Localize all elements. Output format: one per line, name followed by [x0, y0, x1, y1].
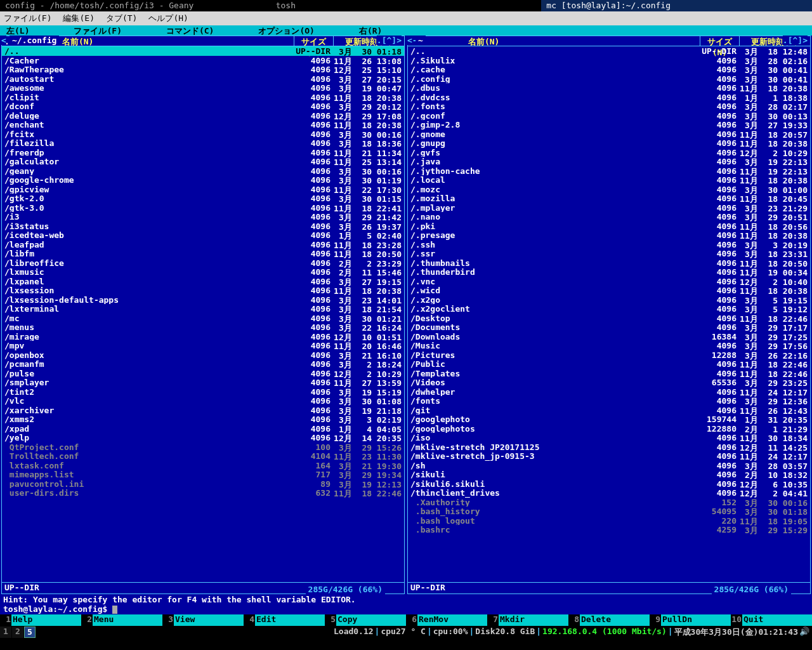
fkey-pulldn[interactable]: 9PullDn — [650, 614, 731, 626]
file-row[interactable]: .bash_history54095 3月 30 01:18 — [408, 507, 810, 516]
dir-row[interactable]: /gtk-2.04096 3月 30 01:15 — [2, 194, 404, 203]
dir-row[interactable]: /menus4096 3月 22 16:24 — [2, 322, 404, 332]
file-row[interactable]: .bash_logout22011月 18 19:05 — [408, 516, 810, 526]
dir-row[interactable]: /.gvfs409612月 2 10:29 — [408, 148, 810, 157]
dir-row[interactable]: /enchant409611月 18 20:38 — [2, 120, 404, 129]
dir-row[interactable]: /.gimp-2.84096 3月 27 19:33 — [408, 120, 810, 129]
dir-row[interactable]: /iso409611月 30 18:34 — [408, 433, 810, 442]
dir-row[interactable]: /Public409611月 18 22:46 — [408, 359, 810, 369]
fkey-copy[interactable]: 5Copy — [325, 614, 406, 626]
dir-row[interactable]: /.gnupg409611月 18 20:38 — [408, 138, 810, 148]
dir-row[interactable]: /Pictures12288 3月 26 22:16 — [408, 350, 810, 360]
dir-row[interactable]: /gtk-3.0409611月 18 22:41 — [2, 203, 404, 213]
dir-row[interactable]: /Downloads16384 3月 29 17:25 — [408, 332, 810, 342]
dir-row[interactable]: /mklive-stretch_JP20171125409612月 11 14:… — [408, 442, 810, 452]
menu-item[interactable]: ヘルプ(H) — [148, 13, 188, 24]
workspace-1[interactable]: 1 — [0, 627, 11, 638]
dir-row[interactable]: /icedtea-web4096 1月 5 02:40 — [2, 230, 404, 240]
dir-row[interactable]: /lxmusic4096 2月 11 15:46 — [2, 267, 404, 277]
dir-row[interactable]: /mpv409611月 20 16:46 — [2, 341, 404, 350]
shell-prompt[interactable]: tosh@layla:~/.config$ — [0, 604, 812, 614]
dir-row[interactable]: /gpicview409611月 22 17:30 — [2, 185, 404, 194]
left-file-list[interactable]: /..UP--DIR 3月 30 01:18/Cacher409611月 26 … — [2, 46, 404, 582]
dir-row[interactable]: /leafpad409611月 18 23:28 — [2, 240, 404, 249]
panel-scroll-icons[interactable]: .[^]> — [783, 36, 808, 45]
mc-menubar[interactable]: 左(L)ファイル(F)コマンド(C)オプション(O)右(R) — [0, 25, 812, 36]
left-panel[interactable]: < ~/.config .[^]> .n名前(N) サイズ(N) 更新時刻(M)… — [1, 36, 405, 594]
dir-row[interactable]: /lxpanel4096 3月 27 19:15 — [2, 277, 404, 286]
mc-menu-item[interactable]: コマンド(C) — [166, 25, 214, 36]
right-file-list[interactable]: /..UP--DIR 3月 18 12:48/.Sikulix4096 3月 2… — [408, 46, 810, 582]
dir-row[interactable]: /lxsession409611月 18 20:38 — [2, 286, 404, 295]
dir-row[interactable]: /tint24096 3月 19 15:19 — [2, 387, 404, 397]
app-menubar[interactable]: ファイル(F)編集(E)タブ(T)ヘルプ(H) — [0, 11, 812, 25]
fkey-menu[interactable]: 2Menu — [81, 614, 162, 626]
dir-row[interactable]: /smplayer409611月 27 13:59 — [2, 378, 404, 387]
dir-row[interactable]: /.ssr4096 3月 18 23:31 — [408, 249, 810, 258]
dir-row[interactable]: /mklive-stretch_jp-0915-3409611月 24 12:1… — [408, 451, 810, 461]
file-row[interactable]: mimeapps.list717 3月 29 19:34 — [2, 470, 404, 479]
fkey-edit[interactable]: 4Edit — [244, 614, 325, 626]
dir-row[interactable]: /..UP--DIR 3月 18 12:48 — [408, 46, 810, 56]
dir-row[interactable]: /Desktop409611月 18 22:46 — [408, 314, 810, 323]
dir-row[interactable]: /.x2goclient4096 3月 5 19:12 — [408, 304, 810, 314]
volume-icon[interactable]: 🔊 — [799, 627, 809, 638]
dir-row[interactable]: /.vnc409612月 2 10:40 — [408, 277, 810, 286]
workspace-5[interactable]: 5 — [24, 627, 36, 638]
dir-row[interactable]: /..UP--DIR 3月 30 01:18 — [2, 46, 404, 56]
fkey-quit[interactable]: 10Quit — [731, 614, 812, 626]
dir-row[interactable]: /.jython-cache409611月 19 22:13 — [408, 166, 810, 176]
dir-row[interactable]: /.cache4096 3月 30 00:41 — [408, 65, 810, 74]
dir-row[interactable]: /lxsession-default-apps4096 3月 23 14:01 — [2, 295, 404, 305]
dir-row[interactable]: /.nano4096 3月 29 20:51 — [408, 212, 810, 222]
dir-row[interactable]: /.java4096 3月 19 22:13 — [408, 157, 810, 166]
title-tab[interactable]: tosh — [271, 0, 542, 11]
dir-row[interactable]: /.gnome409611月 18 20:57 — [408, 129, 810, 139]
dir-row[interactable]: /thinclient_drives409612月 2 04:41 — [408, 488, 810, 498]
workspace-switcher[interactable]: 125 — [0, 627, 36, 638]
dir-row[interactable]: /.dvdcss4096 1月 1 18:38 — [408, 93, 810, 102]
dir-row[interactable]: /.presage409611月 18 20:38 — [408, 230, 810, 240]
file-row[interactable]: lxtask.conf164 3月 21 19:30 — [2, 461, 404, 470]
dir-row[interactable]: /dwhelper409611月 24 12:17 — [408, 387, 810, 397]
dir-row[interactable]: /.Sikulix4096 3月 28 02:16 — [408, 56, 810, 65]
dir-row[interactable]: /libreoffice4096 2月 2 23:29 — [2, 258, 404, 268]
fkey-help[interactable]: 1Help — [0, 614, 81, 626]
fkey-view[interactable]: 3View — [162, 614, 244, 626]
dir-row[interactable]: /.dbus409611月 18 20:38 — [408, 83, 810, 93]
function-keys[interactable]: 1Help2Menu3View4Edit5Copy6RenMov7Mkdir8D… — [0, 614, 812, 626]
file-row[interactable]: user-dirs.dirs63211月 18 22:46 — [2, 488, 404, 498]
file-row[interactable]: pavucontrol.ini89 3月 19 12:13 — [2, 479, 404, 489]
dir-row[interactable]: /libfm409611月 18 20:50 — [2, 249, 404, 258]
dir-row[interactable]: /.thumbnails409611月 18 20:50 — [408, 258, 810, 268]
dir-row[interactable]: /mirage409612月 10 01:51 — [2, 332, 404, 342]
dir-row[interactable]: /.gconf4096 3月 30 00:13 — [408, 111, 810, 121]
mc-menu-item[interactable]: 右(R) — [359, 25, 382, 36]
panel-scroll-icons[interactable]: .[^]> — [377, 36, 402, 45]
dir-row[interactable]: /.fonts4096 3月 28 02:17 — [408, 102, 810, 111]
dir-row[interactable]: /google-chrome4096 3月 30 01:19 — [2, 175, 404, 185]
dir-row[interactable]: /xmms24096 3月 3 02:19 — [2, 415, 404, 424]
dir-row[interactable]: /Videos65536 3月 29 23:25 — [408, 378, 810, 387]
dir-row[interactable]: /pcmanfm4096 3月 2 18:24 — [2, 359, 404, 369]
dir-row[interactable]: /.mozilla409611月 18 20:45 — [408, 194, 810, 203]
fkey-delete[interactable]: 8Delete — [568, 614, 650, 626]
workspace-2[interactable]: 2 — [12, 627, 23, 638]
dir-row[interactable]: /.x2go4096 3月 5 19:15 — [408, 295, 810, 305]
dir-row[interactable]: /.mplayer4096 3月 23 21:29 — [408, 203, 810, 213]
dir-row[interactable]: /.config4096 3月 30 00:41 — [408, 74, 810, 84]
dir-row[interactable]: /Music4096 3月 29 17:56 — [408, 341, 810, 350]
dir-row[interactable]: /openbox4096 3月 21 16:10 — [2, 350, 404, 360]
mc-menu-item[interactable]: オプション(O) — [258, 25, 314, 36]
dir-row[interactable]: /Cacher409611月 26 13:08 — [2, 56, 404, 65]
i3-statusbar[interactable]: 125 Load0.12| cpu27 ° C| cpu:00%| Disk20… — [0, 626, 812, 639]
dir-row[interactable]: /googlephotos122880 2月 1 21:29 — [408, 424, 810, 434]
dir-row[interactable]: /sikuli6.sikuli409612月 6 10:35 — [408, 479, 810, 489]
dir-row[interactable]: /vlc4096 3月 30 01:08 — [2, 396, 404, 406]
dir-row[interactable]: /.wicd409611月 18 20:38 — [408, 286, 810, 295]
dir-row[interactable]: /.pki409611月 18 20:56 — [408, 222, 810, 231]
title-tab[interactable]: mc [tosh@layla]:~/.config — [541, 0, 812, 11]
dir-row[interactable]: /sikuli4096 2月 10 18:32 — [408, 470, 810, 479]
dir-row[interactable]: /sh4096 3月 28 03:57 — [408, 461, 810, 470]
dir-row[interactable]: /freerdp409611月 21 11:34 — [2, 148, 404, 157]
